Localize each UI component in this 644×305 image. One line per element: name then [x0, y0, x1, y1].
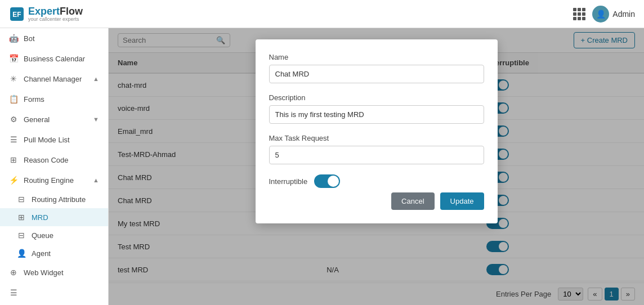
grid-icon[interactable]: [573, 8, 585, 20]
modal-interruptible-row: Interruptible: [269, 174, 484, 188]
sidebar-label-forms: Forms: [24, 95, 99, 104]
nav-right: 👤 Admin: [573, 6, 635, 23]
reason-code-icon: ⊞: [9, 155, 18, 164]
svg-text:EF: EF: [12, 11, 21, 19]
forms-icon: 📋: [9, 95, 18, 104]
edit-mrd-modal: Name Description Max Task Request Interr…: [256, 39, 498, 223]
sidebar-item-collapse[interactable]: ☰: [0, 282, 108, 303]
modal-max-task-label: Max Task Request: [269, 134, 484, 142]
modal-actions: Cancel Update: [269, 192, 484, 210]
channel-icon: ✳: [9, 74, 18, 83]
sidebar: 🤖 Bot 📅 Business Calendar ✳ Channel Mana…: [0, 28, 109, 305]
sidebar-item-routing-engine[interactable]: ⚡ Routing Engine ▲: [0, 170, 108, 190]
sidebar-label-mrd: MRD: [32, 213, 99, 222]
modal-interruptible-toggle[interactable]: [314, 174, 340, 188]
sidebar-label-agent: Agent: [32, 249, 99, 258]
update-button[interactable]: Update: [440, 192, 484, 210]
sidebar-label-bot: Bot: [24, 34, 99, 43]
modal-max-task-input[interactable]: [269, 146, 484, 164]
queue-icon: ⊟: [17, 231, 26, 240]
modal-overlay: Name Description Max Task Request Interr…: [109, 28, 644, 305]
sidebar-item-routing-attribute[interactable]: ⊟ Routing Attribute: [0, 190, 108, 208]
routing-engine-icon: ⚡: [9, 176, 18, 185]
logo: EF ExpertFlow your callcenter experts: [9, 6, 83, 22]
sidebar-item-pull-mode[interactable]: ☰ Pull Mode List: [0, 129, 108, 150]
modal-description-input[interactable]: [269, 105, 484, 124]
logo-icon: EF: [9, 6, 25, 22]
sidebar-item-channel-manager[interactable]: ✳ Channel Manager ▲: [0, 69, 108, 89]
sidebar-item-agent[interactable]: 👤 Agent: [0, 244, 108, 262]
web-widget-icon: ⊕: [9, 268, 18, 277]
sidebar-label-routing-attribute: Routing Attribute: [32, 195, 99, 204]
sidebar-item-reason-code[interactable]: ⊞ Reason Code: [0, 150, 108, 170]
sidebar-item-general[interactable]: ⚙ General ▼: [0, 109, 108, 129]
sidebar-label-general: General: [24, 115, 87, 124]
toggle-slider: [314, 174, 340, 188]
sidebar-item-forms[interactable]: 📋 Forms: [0, 89, 108, 109]
sidebar-label-business-calendar: Business Calendar: [24, 55, 99, 63]
admin-label: Admin: [612, 10, 635, 19]
pull-mode-icon: ☰: [9, 135, 18, 144]
user-menu[interactable]: 👤 Admin: [592, 6, 635, 23]
avatar: 👤: [592, 6, 609, 23]
sidebar-item-queue[interactable]: ⊟ Queue: [0, 226, 108, 244]
logo-text: ExpertFlow: [28, 6, 83, 16]
sidebar-label-queue: Queue: [32, 231, 99, 240]
agent-icon: 👤: [17, 249, 26, 258]
logo-sub: your callcenter experts: [28, 16, 83, 22]
main-layout: 🤖 Bot 📅 Business Calendar ✳ Channel Mana…: [0, 28, 644, 305]
collapse-icon: ☰: [9, 288, 18, 297]
modal-interruptible-label: Interruptible: [269, 177, 308, 186]
topnav: EF ExpertFlow your callcenter experts 👤 …: [0, 0, 644, 28]
sidebar-item-bot[interactable]: 🤖 Bot: [0, 28, 108, 48]
sidebar-item-business-calendar[interactable]: 📅 Business Calendar: [0, 48, 108, 69]
sidebar-label-web-widget: Web Widget: [24, 268, 99, 277]
chevron-up-icon-routing: ▲: [93, 177, 99, 183]
modal-max-task-field: Max Task Request: [269, 134, 484, 164]
content: 🔍 + Create MRD Name Description Interrup…: [109, 28, 644, 305]
modal-name-label: Name: [269, 53, 484, 61]
mrd-icon: ⊞: [17, 213, 26, 222]
chevron-up-icon: ▲: [93, 75, 99, 82]
chevron-down-icon: ▼: [93, 116, 99, 123]
general-icon: ⚙: [9, 115, 18, 124]
modal-description-label: Description: [269, 93, 484, 102]
sidebar-label-reason-code: Reason Code: [24, 156, 99, 164]
sidebar-item-mrd[interactable]: ⊞ MRD: [0, 208, 108, 226]
sidebar-label-channel-manager: Channel Manager: [24, 75, 87, 83]
modal-description-field: Description: [269, 93, 484, 124]
modal-name-field: Name: [269, 53, 484, 83]
cancel-button[interactable]: Cancel: [391, 192, 434, 210]
sidebar-item-web-widget[interactable]: ⊕ Web Widget: [0, 262, 108, 282]
routing-attribute-icon: ⊟: [17, 195, 26, 204]
modal-name-input[interactable]: [269, 65, 484, 83]
calendar-icon: 📅: [9, 54, 18, 63]
sidebar-label-routing-engine: Routing Engine: [24, 176, 87, 185]
bot-icon: 🤖: [9, 34, 18, 43]
sidebar-label-pull-mode: Pull Mode List: [24, 136, 99, 144]
